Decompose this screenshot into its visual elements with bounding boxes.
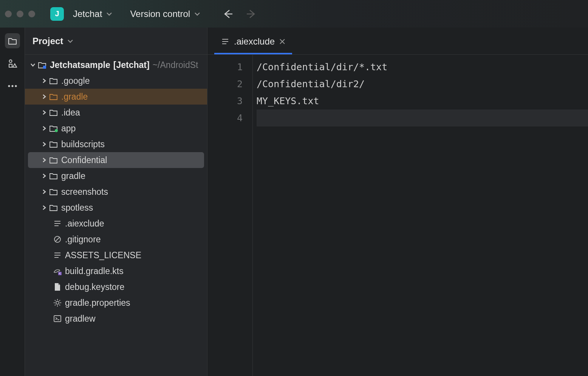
gear-file-icon bbox=[52, 299, 63, 307]
structure-icon bbox=[8, 59, 17, 68]
project-tree: Jetchatsample [Jetchat] ~/AndroidSt .goo… bbox=[25, 55, 207, 329]
editor-tab[interactable]: .aiexclude bbox=[214, 31, 292, 54]
line-number: 4 bbox=[207, 109, 243, 126]
tree-folder[interactable]: app bbox=[25, 120, 207, 136]
line-number: 3 bbox=[207, 92, 243, 109]
chevron-right-icon bbox=[42, 94, 47, 99]
close-icon bbox=[279, 39, 285, 45]
tree-file[interactable]: debug.keystore bbox=[25, 279, 207, 295]
code-line[interactable] bbox=[257, 109, 588, 126]
line-number: 2 bbox=[207, 76, 243, 92]
chevron-right-icon bbox=[42, 78, 47, 83]
structure-tool-button[interactable] bbox=[5, 56, 20, 71]
project-name: Jetchat bbox=[73, 9, 102, 19]
folder-icon bbox=[48, 188, 59, 196]
code-area[interactable]: 1234 /Confidential/dir/*.txt/Confidentia… bbox=[207, 55, 588, 376]
titlebar: J Jetchat Version control bbox=[0, 0, 588, 28]
chevron-right-icon bbox=[42, 142, 47, 147]
tab-close-button[interactable] bbox=[279, 36, 285, 47]
folder-icon bbox=[48, 92, 59, 101]
vcs-selector[interactable]: Version control bbox=[126, 6, 204, 22]
tree-file[interactable]: ASSETS_LICENSE bbox=[25, 247, 207, 263]
code-line[interactable]: /Confidential/dir2/ bbox=[257, 76, 588, 92]
project-panel-header[interactable]: Project bbox=[25, 28, 207, 55]
tree-root-qualifier: [Jetchat] bbox=[113, 60, 150, 70]
tree-folder[interactable]: buildscripts bbox=[25, 136, 207, 152]
svg-line-26 bbox=[59, 305, 60, 305]
tree-root-name: Jetchatsample bbox=[50, 60, 110, 70]
module-folder-icon bbox=[37, 61, 48, 69]
chevron-right-icon bbox=[42, 205, 47, 210]
vcs-label: Version control bbox=[130, 9, 190, 19]
tree-file[interactable]: Kbuild.gradle.kts bbox=[25, 263, 207, 279]
text-file-icon bbox=[221, 37, 229, 46]
shell-file-icon bbox=[52, 314, 63, 323]
tree-folder[interactable]: .gradle bbox=[25, 89, 207, 105]
folder-icon bbox=[8, 36, 17, 46]
chevron-right-icon bbox=[42, 189, 47, 194]
svg-line-25 bbox=[55, 300, 56, 301]
project-tool-button[interactable] bbox=[5, 33, 20, 48]
nav-arrows bbox=[222, 8, 257, 20]
more-tool-button[interactable] bbox=[5, 79, 20, 94]
folder-icon bbox=[48, 124, 59, 133]
tree-item-label: spotless bbox=[61, 203, 93, 213]
code-content[interactable]: /Confidential/dir/*.txt/Confidential/dir… bbox=[253, 55, 588, 376]
nav-back-button[interactable] bbox=[222, 8, 234, 20]
tree-folder[interactable]: .google bbox=[25, 73, 207, 89]
svg-line-28 bbox=[55, 305, 56, 305]
tab-filename: .aiexclude bbox=[234, 36, 275, 47]
folder-icon bbox=[48, 172, 59, 180]
code-line[interactable]: MY_KEYS.txt bbox=[257, 92, 588, 109]
tree-item-label: .google bbox=[61, 76, 90, 86]
svg-point-20 bbox=[56, 301, 59, 304]
folder-icon bbox=[48, 156, 59, 164]
tree-folder[interactable]: .idea bbox=[25, 105, 207, 120]
ignore-file-icon bbox=[52, 235, 63, 243]
folder-icon bbox=[48, 108, 59, 117]
chevron-right-icon bbox=[42, 157, 47, 163]
chevron-right-icon bbox=[42, 126, 47, 131]
maximize-window-button[interactable] bbox=[28, 11, 35, 17]
close-window-button[interactable] bbox=[5, 11, 12, 17]
editor-area: .aiexclude 1234 /Confidential/dir/*.txt/… bbox=[207, 28, 588, 376]
svg-point-9 bbox=[55, 129, 58, 132]
tree-root-path: ~/AndroidSt bbox=[153, 60, 198, 70]
chevron-right-icon bbox=[42, 110, 47, 115]
svg-marker-4 bbox=[13, 64, 17, 67]
line-number: 1 bbox=[207, 59, 243, 76]
tree-folder[interactable]: Confidential bbox=[28, 152, 204, 168]
tree-item-label: app bbox=[61, 123, 76, 134]
svg-line-14 bbox=[55, 237, 60, 242]
tree-item-label: Confidential bbox=[61, 155, 107, 165]
tree-item-label: gradle bbox=[61, 171, 85, 181]
minimize-window-button[interactable] bbox=[17, 11, 23, 17]
tree-file[interactable]: gradle.properties bbox=[25, 295, 207, 311]
project-selector[interactable]: Jetchat bbox=[69, 6, 116, 22]
tree-file[interactable]: .gitignore bbox=[25, 231, 207, 247]
svg-rect-3 bbox=[9, 64, 12, 67]
text-file-icon bbox=[52, 251, 63, 259]
tree-root[interactable]: Jetchatsample [Jetchat] ~/AndroidSt bbox=[25, 57, 207, 73]
svg-point-7 bbox=[15, 85, 16, 87]
tree-item-label: gradlew bbox=[65, 314, 96, 324]
chevron-down-icon bbox=[106, 11, 113, 17]
line-number-gutter: 1234 bbox=[207, 55, 253, 376]
editor-tab-bar: .aiexclude bbox=[207, 28, 588, 55]
tree-folder[interactable]: spotless bbox=[25, 200, 207, 216]
tree-file[interactable]: gradlew bbox=[25, 311, 207, 327]
code-line[interactable]: /Confidential/dir/*.txt bbox=[257, 59, 588, 76]
tree-item-label: .aiexclude bbox=[65, 219, 104, 229]
tree-file[interactable]: .aiexclude bbox=[25, 216, 207, 231]
tree-folder[interactable]: gradle bbox=[25, 168, 207, 184]
chevron-right-icon bbox=[42, 173, 47, 179]
tree-folder[interactable]: screenshots bbox=[25, 184, 207, 200]
tree-item-label: screenshots bbox=[61, 187, 108, 197]
tree-item-label: .gitignore bbox=[65, 234, 101, 245]
tree-item-label: gradle.properties bbox=[65, 298, 130, 308]
chevron-down-icon bbox=[67, 38, 74, 45]
project-badge: J bbox=[50, 7, 64, 21]
nav-forward-button[interactable] bbox=[245, 8, 257, 20]
left-tool-strip bbox=[0, 28, 25, 376]
folder-icon bbox=[48, 140, 59, 148]
